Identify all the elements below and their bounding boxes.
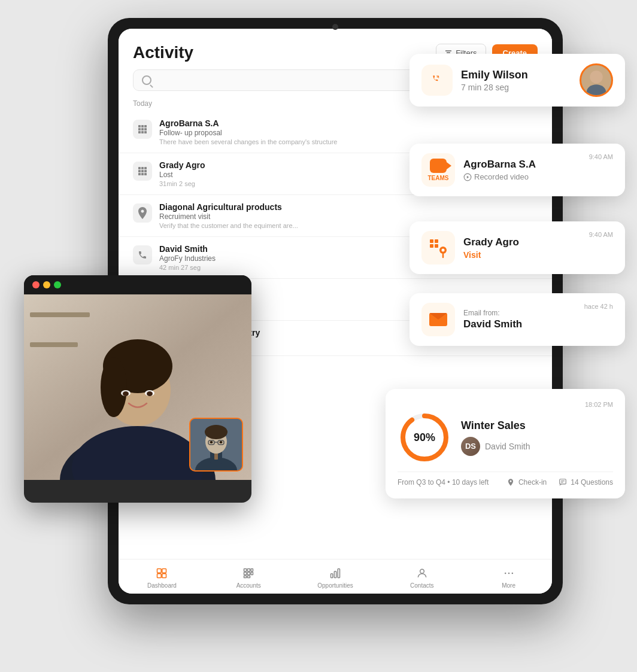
window-titlebar xyxy=(24,275,251,294)
svg-rect-17 xyxy=(338,569,339,578)
svg-rect-3 xyxy=(157,569,162,573)
visit-type: Visit xyxy=(463,250,581,260)
svg-point-20 xyxy=(508,573,509,574)
svg-point-19 xyxy=(504,573,506,574)
svg-rect-8 xyxy=(248,569,250,571)
svg-rect-7 xyxy=(244,569,247,571)
video-call-window xyxy=(24,275,251,503)
svg-point-67 xyxy=(210,441,213,443)
person-name: David Smith xyxy=(485,442,530,451)
call-icon-wrap xyxy=(421,65,453,96)
svg-rect-34 xyxy=(435,244,438,248)
email-card[interactable]: Email from: David Smith hace 42 h xyxy=(410,293,625,346)
sales-time: 18:02 PM xyxy=(398,401,613,408)
nav-opportunities[interactable]: Opportunities xyxy=(292,564,379,591)
svg-rect-47 xyxy=(30,342,78,347)
svg-rect-9 xyxy=(251,569,253,571)
phone-icon xyxy=(133,245,152,264)
page-title: Activity xyxy=(133,43,193,62)
pip-video xyxy=(189,418,243,472)
email-time: hace 42 h xyxy=(584,303,613,310)
teams-card[interactable]: TEAMS AgroBarna S.A Recorded video 9:40 … xyxy=(410,144,625,196)
call-duration: 7 min 28 seg xyxy=(461,83,571,92)
visit-icon-wrap xyxy=(421,231,455,264)
minimize-icon[interactable] xyxy=(43,281,50,288)
checkin-button[interactable]: Check-in xyxy=(506,478,547,486)
emily-avatar-image xyxy=(581,63,611,97)
svg-rect-10 xyxy=(244,572,247,574)
nav-more-label: More xyxy=(502,582,515,589)
teams-icon-wrap: TEAMS xyxy=(421,153,455,187)
svg-rect-13 xyxy=(244,576,247,577)
sales-period: From Q3 to Q4 • 10 days left xyxy=(398,478,489,486)
checkin-label: Check-in xyxy=(518,478,547,486)
questions-button[interactable]: 14 Questions xyxy=(559,478,613,486)
caller-avatar xyxy=(580,63,613,97)
nav-more[interactable]: More xyxy=(465,564,552,591)
svg-point-56 xyxy=(147,391,153,396)
person-avatar: DS xyxy=(461,437,480,456)
teams-label: TEAMS xyxy=(428,175,449,181)
tablet-camera xyxy=(332,24,338,30)
email-sender: David Smith xyxy=(463,318,576,330)
svg-rect-16 xyxy=(334,571,336,578)
maximize-icon[interactable] xyxy=(54,281,61,288)
svg-rect-15 xyxy=(330,574,332,578)
call-card[interactable]: Emily Wilson 7 min 28 seg xyxy=(410,54,625,107)
checkin-icon xyxy=(506,478,515,486)
visit-time: 9:40 AM xyxy=(589,231,613,238)
teams-company: AgroBarna S.A xyxy=(463,159,581,171)
svg-rect-12 xyxy=(251,572,253,574)
svg-rect-6 xyxy=(162,574,166,578)
nav-contacts[interactable]: Contacts xyxy=(378,564,465,591)
svg-rect-5 xyxy=(157,574,162,578)
caller-name: Emily Wilson xyxy=(461,69,571,81)
nav-accounts-label: Accounts xyxy=(236,582,261,589)
video-main-feed xyxy=(24,294,251,480)
pin-icon xyxy=(133,203,152,223)
nav-accounts[interactable]: Accounts xyxy=(205,564,292,591)
visit-card[interactable]: Grady Agro Visit 9:40 AM xyxy=(410,221,625,274)
svg-rect-11 xyxy=(248,572,250,574)
nav-dashboard-label: Dashboard xyxy=(147,582,177,589)
questions-icon xyxy=(559,478,567,486)
envelope-icon xyxy=(429,313,447,326)
visit-company: Grady Agro xyxy=(463,236,581,248)
teams-subtitle: Recorded video xyxy=(474,172,529,181)
svg-point-55 xyxy=(123,391,129,396)
search-icon xyxy=(142,75,151,85)
nav-contacts-label: Contacts xyxy=(410,582,433,589)
donut-percentage: 90% xyxy=(414,431,435,444)
svg-rect-33 xyxy=(430,244,433,248)
svg-rect-4 xyxy=(162,569,166,573)
svg-point-63 xyxy=(205,425,228,439)
svg-point-36 xyxy=(442,249,445,252)
close-icon[interactable] xyxy=(32,281,40,288)
email-from-label: Email from: xyxy=(463,309,576,317)
bottom-nav: Dashboard xyxy=(119,559,552,594)
svg-point-18 xyxy=(420,569,424,573)
questions-label: 14 Questions xyxy=(571,478,613,486)
progress-donut: 90% xyxy=(398,411,451,464)
building-icon xyxy=(133,162,152,181)
svg-point-52 xyxy=(101,357,127,417)
svg-rect-32 xyxy=(435,239,438,243)
building-icon xyxy=(133,120,152,139)
nav-dashboard[interactable]: Dashboard xyxy=(119,564,205,591)
sales-title: Winter Sales xyxy=(461,419,613,432)
svg-marker-30 xyxy=(467,175,469,178)
divider xyxy=(398,472,613,472)
svg-rect-40 xyxy=(560,479,566,484)
teams-time: 9:40 AM xyxy=(589,153,613,160)
svg-point-68 xyxy=(220,441,223,443)
phone-outgoing-icon xyxy=(429,72,445,89)
building-map-icon xyxy=(427,237,449,259)
nav-opportunities-label: Opportunities xyxy=(317,582,353,589)
svg-rect-14 xyxy=(248,576,250,577)
svg-point-21 xyxy=(511,573,513,574)
pip-person-feed xyxy=(190,419,242,470)
svg-point-27 xyxy=(590,71,602,83)
camera-icon xyxy=(430,159,447,173)
sales-card[interactable]: 18:02 PM 90% Winter Sales DS David Smith… xyxy=(386,389,625,498)
svg-rect-31 xyxy=(430,239,433,243)
